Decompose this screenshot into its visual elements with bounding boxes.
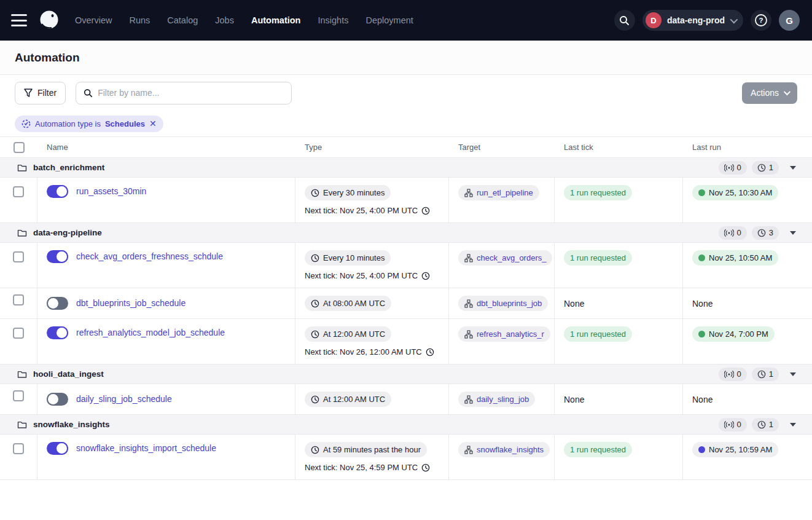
- row-checkbox[interactable]: [13, 294, 24, 305]
- target-job-link[interactable]: dbt_blueprints_job: [458, 296, 548, 311]
- target-job-link[interactable]: run_etl_pipeline: [458, 185, 539, 200]
- next-tick-text: Next tick: Nov 25, 4:59 PM UTC: [305, 463, 439, 472]
- target-job-link[interactable]: check_avg_orders_: [458, 250, 552, 266]
- select-all-checkbox[interactable]: [14, 142, 25, 153]
- run-status-dot: [698, 254, 705, 261]
- sensor-icon: [724, 164, 734, 171]
- sensor-count-badge: 0: [719, 226, 747, 240]
- schedule-count-badge: 1: [752, 418, 779, 431]
- timezone-clock-icon[interactable]: [426, 348, 434, 357]
- dagster-logo-icon[interactable]: [37, 8, 61, 33]
- next-tick-text: Next tick: Nov 25, 4:00 PM UTC: [305, 206, 439, 215]
- schedule-name-link[interactable]: refresh_analytics_model_job_schedule: [76, 326, 225, 339]
- last-run-badge[interactable]: Nov 25, 10:30 AM: [692, 185, 778, 200]
- schedule-toggle[interactable]: [47, 393, 68, 406]
- schedule-toggle[interactable]: [47, 442, 68, 455]
- filter-chip-prefix: Automation type is: [35, 119, 101, 128]
- row-checkbox[interactable]: [13, 186, 24, 197]
- job-graph-icon: [464, 299, 473, 308]
- collapse-caret-icon[interactable]: [790, 372, 796, 376]
- actions-button-label: Actions: [751, 88, 779, 98]
- deployment-switcher[interactable]: D data-eng-prod: [642, 10, 743, 31]
- group-row-data-eng-pipeline[interactable]: data-eng-pipeline 0 3: [0, 223, 812, 243]
- collapse-caret-icon[interactable]: [790, 231, 796, 235]
- group-row-hooli-data-ingest[interactable]: hooli_data_ingest 0 1: [0, 364, 812, 384]
- last-tick-badge[interactable]: 1 run requested: [564, 326, 632, 342]
- schedule-toggle[interactable]: [47, 326, 68, 339]
- target-job-link[interactable]: refresh_analytics_r: [458, 326, 550, 342]
- active-filters-row: Automation type is Schedules ✕: [0, 111, 812, 137]
- group-name: hooli_data_ingest: [33, 369, 104, 379]
- chevron-down-icon: [730, 15, 738, 23]
- schedule-name-link[interactable]: snowflake_insights_import_schedule: [76, 442, 216, 455]
- nav-item-jobs[interactable]: Jobs: [215, 15, 234, 25]
- user-avatar[interactable]: G: [779, 10, 800, 31]
- funnel-icon: [24, 89, 33, 97]
- table-row: dbt_blueprints_job_schedule At 08:00 AM …: [0, 288, 812, 319]
- group-name: data-eng-pipeline: [33, 228, 102, 237]
- nav-item-runs[interactable]: Runs: [129, 15, 150, 25]
- column-header-last-run: Last run: [683, 143, 812, 152]
- row-checkbox[interactable]: [13, 328, 24, 339]
- nav-item-insights[interactable]: Insights: [318, 15, 348, 25]
- toolbar: Filter Actions: [0, 75, 812, 111]
- nav-item-deployment[interactable]: Deployment: [365, 15, 413, 25]
- main-nav: Overview Runs Catalog Jobs Automation In…: [75, 15, 413, 25]
- nav-item-catalog[interactable]: Catalog: [167, 15, 198, 25]
- job-graph-icon: [464, 254, 473, 262]
- last-tick-badge[interactable]: 1 run requested: [564, 442, 632, 457]
- table-row: check_avg_orders_freshness_schdule Every…: [0, 243, 812, 288]
- target-job-link[interactable]: snowflake_insights: [458, 442, 550, 457]
- schedule-type-badge: At 12:00 AM UTC: [305, 392, 391, 407]
- collapse-caret-icon[interactable]: [790, 423, 796, 427]
- help-button[interactable]: ?: [751, 10, 771, 31]
- last-tick-badge[interactable]: 1 run requested: [564, 185, 632, 200]
- name-filter-input[interactable]: [98, 88, 284, 98]
- next-tick-text: Next tick: Nov 25, 4:00 PM UTC: [305, 271, 439, 280]
- folder-icon: [17, 163, 27, 172]
- row-checkbox[interactable]: [13, 390, 24, 401]
- table-header-row: Name Type Target Last tick Last run: [0, 137, 812, 158]
- schedule-name-link[interactable]: daily_sling_job_schedule: [76, 393, 172, 406]
- last-run-badge[interactable]: Nov 25, 10:50 AM: [692, 250, 778, 266]
- next-tick-text: Next tick: Nov 26, 12:00 AM UTC: [305, 347, 439, 357]
- row-checkbox[interactable]: [13, 251, 24, 262]
- schedule-name-link[interactable]: run_assets_30min: [76, 185, 146, 198]
- nav-item-overview[interactable]: Overview: [75, 15, 112, 25]
- schedule-toggle[interactable]: [47, 297, 68, 310]
- actions-button[interactable]: Actions: [742, 82, 797, 104]
- close-icon[interactable]: ✕: [149, 119, 157, 128]
- collapse-caret-icon[interactable]: [790, 166, 796, 170]
- hamburger-menu-icon[interactable]: [11, 14, 27, 26]
- timezone-clock-icon[interactable]: [421, 463, 430, 472]
- schedule-name-link[interactable]: dbt_blueprints_job_schedule: [76, 297, 185, 310]
- last-tick-none: None: [564, 395, 584, 404]
- sensor-icon: [724, 421, 734, 428]
- target-job-link[interactable]: daily_sling_job: [458, 392, 535, 407]
- clock-icon: [311, 330, 319, 339]
- schedule-name-link[interactable]: check_avg_orders_freshness_schdule: [76, 250, 223, 263]
- group-row-snowflake-insights[interactable]: snowflake_insights 0 1: [0, 415, 812, 435]
- column-header-last-tick: Last tick: [555, 143, 683, 152]
- schedule-count-badge: 1: [752, 161, 779, 175]
- timezone-clock-icon[interactable]: [421, 207, 430, 215]
- filter-button[interactable]: Filter: [15, 82, 66, 104]
- folder-icon: [17, 229, 27, 237]
- job-graph-icon: [464, 446, 473, 454]
- last-run-badge[interactable]: Nov 24, 7:00 PM: [692, 326, 775, 342]
- column-header-name: Name: [37, 143, 295, 152]
- nav-item-automation[interactable]: Automation: [251, 15, 301, 25]
- search-button[interactable]: [614, 10, 635, 31]
- timezone-clock-icon[interactable]: [421, 272, 430, 280]
- sensor-count-badge: 0: [719, 161, 747, 175]
- run-status-dot: [698, 446, 705, 453]
- group-row-batch-enrichment[interactable]: batch_enrichment 0 1: [0, 158, 812, 178]
- last-tick-badge[interactable]: 1 run requested: [564, 250, 632, 266]
- schedule-toggle[interactable]: [47, 185, 68, 198]
- automation-type-filter-chip[interactable]: Automation type is Schedules ✕: [15, 116, 163, 132]
- table-row: daily_sling_job_schedule At 12:00 AM UTC…: [0, 384, 812, 415]
- last-run-badge[interactable]: Nov 25, 10:59 AM: [692, 442, 778, 457]
- last-run-none: None: [692, 395, 712, 404]
- row-checkbox[interactable]: [13, 443, 24, 454]
- schedule-toggle[interactable]: [47, 250, 68, 263]
